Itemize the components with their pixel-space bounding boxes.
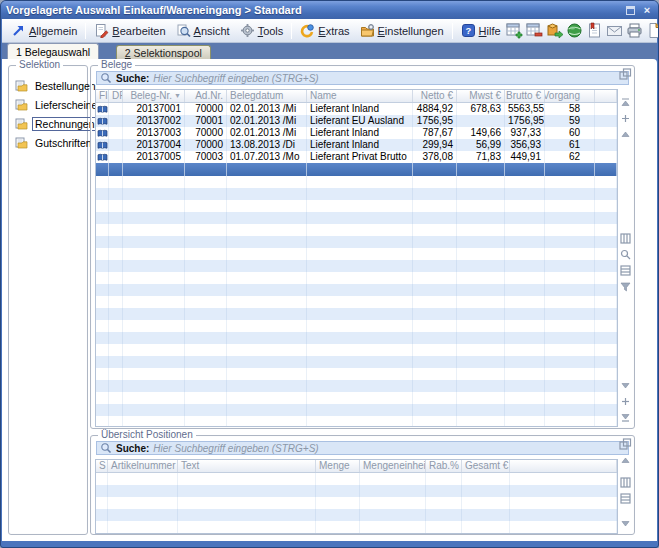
col-header-artikelnummer[interactable]: Artikelnummer (108, 460, 178, 472)
col-header-belegdatum[interactable]: Belegdatum (227, 90, 307, 102)
scroll-bottom-icon[interactable] (619, 411, 632, 424)
positionen-search-input[interactable] (153, 442, 625, 454)
empty-row (96, 188, 617, 200)
column-chooser-icon[interactable] (619, 438, 632, 451)
menu-item-hilfe[interactable]: ?Hilfe (456, 21, 506, 40)
positionen-table-header: SArtikelnummerTextMengeMengeneinheitRab.… (96, 460, 617, 473)
search-label: Suche: (116, 443, 149, 454)
menu-item-tools[interactable]: Tools (235, 21, 289, 40)
empty-row (96, 368, 617, 380)
printer-icon[interactable] (626, 22, 643, 39)
belege-table: FIDRBeleg-Nr.▼Ad.Nr.BelegdatumNameNetto … (95, 89, 618, 427)
table-row[interactable]: 201370017000002.01.2013 /MiLieferant Inl… (96, 103, 617, 115)
scroll-up-icon[interactable] (619, 128, 632, 141)
table-row[interactable]: 201370057000301.07.2013 /MoLieferant Pri… (96, 151, 617, 163)
sidebar-item-label: Gutschriften (32, 136, 95, 150)
scroll-down-icon[interactable] (619, 379, 632, 392)
col-header-dr[interactable]: DR (109, 90, 123, 102)
col-header-mengeneinheit[interactable]: Mengeneinheit (360, 460, 426, 472)
sum-icon[interactable] (619, 264, 632, 277)
menu-item-extras[interactable]: Extras (295, 21, 354, 40)
col-header-gesamt-[interactable]: Gesamt € (462, 460, 510, 472)
empty-row (96, 272, 617, 284)
column-chooser-icon[interactable] (619, 68, 632, 81)
col-header-beleg-nr-[interactable]: Beleg-Nr.▼ (123, 90, 185, 102)
globe-icon[interactable] (566, 22, 583, 39)
help-icon: ? (461, 23, 476, 38)
menu-separator (85, 23, 86, 39)
columns-icon[interactable] (619, 232, 632, 245)
menu-item-einstellungen[interactable]: Einstellungen (355, 21, 449, 40)
new-document-icon[interactable] (646, 22, 659, 39)
filter-icon[interactable] (619, 280, 632, 293)
title-bar[interactable]: Vorgelagerte Auswahl Einkauf/Wareneingan… (1, 1, 658, 19)
sidebar-item-lieferscheine[interactable]: Lieferscheine (14, 95, 85, 114)
col-header-vorgang[interactable]: Vorgang (545, 90, 595, 102)
book-icon (96, 139, 109, 151)
add-row-icon[interactable] (619, 112, 632, 125)
col-header-menge[interactable]: Menge (316, 460, 360, 472)
col-header-mwst-[interactable]: Mwst € (457, 90, 505, 102)
col-header-rab-[interactable]: Rab.% (426, 460, 462, 472)
remove-row-icon[interactable] (619, 395, 632, 408)
table-row[interactable]: 201370027000102.01.2013 /MiLieferant EU … (96, 115, 617, 127)
app-window: Vorgelagerte Auswahl Einkauf/Wareneingan… (0, 0, 659, 548)
bookmark-document-icon[interactable] (586, 22, 603, 39)
table-add-icon[interactable] (506, 22, 523, 39)
columns-icon[interactable] (619, 476, 632, 489)
table-row[interactable]: 201370037000002.01.2013 /MiLieferant Inl… (96, 127, 617, 139)
edit-icon (94, 23, 109, 38)
package-export-icon[interactable] (546, 22, 563, 39)
col-header-name[interactable]: Name (307, 90, 413, 102)
close-icon[interactable]: × (641, 4, 653, 16)
col-header-filler (510, 460, 617, 472)
empty-row (96, 200, 617, 212)
col-header-fi[interactable]: FI (96, 90, 109, 102)
sidebar-item-bestellungen[interactable]: Bestellungen (14, 76, 85, 95)
col-header-netto-[interactable]: Netto € (413, 90, 457, 102)
menu-bar: AllgemeinBearbeitenAnsichtToolsExtrasEin… (2, 19, 657, 43)
restore-icon[interactable] (626, 6, 635, 15)
empty-row (96, 497, 617, 509)
menu-separator (291, 23, 292, 39)
mail-icon[interactable] (606, 22, 623, 39)
empty-row (96, 284, 617, 296)
empty-row (96, 380, 617, 392)
selected-row[interactable] (96, 163, 617, 176)
belege-group: Belege Suche: FIDRBeleg-Nr.▼Ad.Nr.Belegd… (90, 65, 635, 429)
scroll-down-icon[interactable] (619, 517, 632, 530)
belege-search-input[interactable] (153, 72, 625, 84)
col-header-text[interactable]: Text (178, 460, 316, 472)
empty-row (96, 509, 617, 521)
book-icon (96, 127, 109, 139)
table-row[interactable]: 201370047000013.08.2013 /DiLieferant Inl… (96, 139, 617, 151)
sidebar-item-gutschriften[interactable]: Gutschriften (14, 133, 85, 152)
scroll-up-icon[interactable] (619, 454, 632, 467)
menu-item-bearbeiten[interactable]: Bearbeiten (89, 21, 170, 40)
scroll-top-icon[interactable] (619, 96, 632, 109)
sidebar-item-rechnungen[interactable]: Rechnungen (14, 114, 85, 133)
tab-2[interactable]: 2 Selektionspool (116, 45, 211, 59)
belege-table-header: FIDRBeleg-Nr.▼Ad.Nr.BelegdatumNameNetto … (96, 90, 617, 103)
empty-row (96, 332, 617, 344)
tab-1[interactable]: 1 Belegauswahl (7, 43, 99, 59)
col-header-brutto-[interactable]: Brutto € (505, 90, 545, 102)
empty-row (96, 416, 617, 427)
view-icon (176, 23, 191, 38)
empty-row (96, 404, 617, 416)
folder-doc-icon (14, 118, 28, 130)
sum-icon[interactable] (619, 492, 632, 505)
menu-item-allgemein[interactable]: Allgemein (6, 21, 82, 40)
svg-text:?: ? (465, 25, 471, 36)
empty-row (96, 224, 617, 236)
positionen-group-label: Übersicht Positionen (98, 429, 196, 440)
zoom-icon[interactable] (619, 248, 632, 261)
menu-item-label: Hilfe (479, 25, 501, 37)
col-header-ad-nr-[interactable]: Ad.Nr. (185, 90, 227, 102)
arrow-icon (11, 23, 26, 38)
col-header-s[interactable]: S (96, 460, 108, 472)
positionen-search[interactable]: Suche: (96, 441, 629, 455)
belege-search[interactable]: Suche: (96, 71, 629, 85)
menu-item-ansicht[interactable]: Ansicht (171, 21, 235, 40)
table-remove-icon[interactable] (526, 22, 543, 39)
